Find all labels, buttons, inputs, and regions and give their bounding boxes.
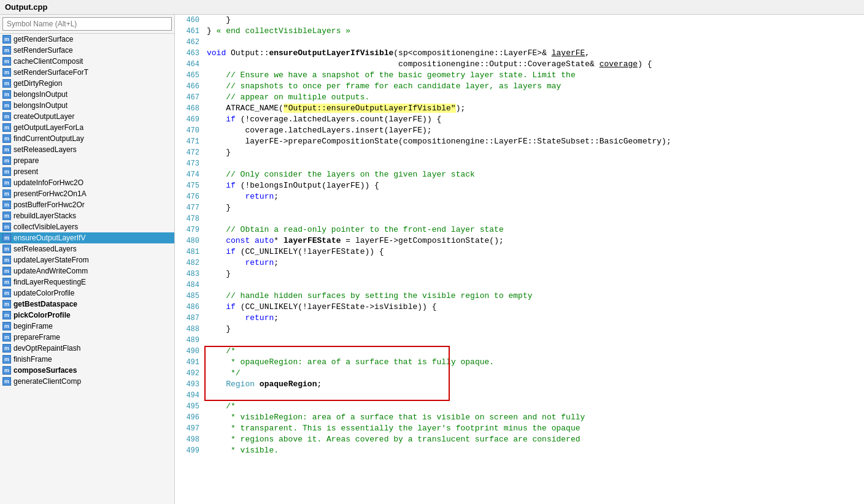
sidebar-item[interactable]: mcacheClientComposit (0, 56, 174, 67)
line-code: return; (204, 313, 864, 324)
sidebar-item[interactable]: mbelongsInOutput (0, 100, 174, 111)
symbol-icon: m (2, 112, 11, 121)
line-number: 486 (175, 302, 204, 313)
symbol-list[interactable]: mgetRenderSurfacemsetRenderSurfacemcache… (0, 34, 174, 504)
sidebar-item-label: setRenderSurfaceForT (14, 68, 88, 77)
line-number: 471 (175, 136, 204, 147)
sidebar-item[interactable]: mpresentForHwc2On1A (0, 188, 174, 199)
sidebar-item[interactable]: msetRenderSurfaceForT (0, 67, 174, 78)
symbol-icon: m (2, 145, 11, 154)
sidebar-item[interactable]: mpickColorProfile (0, 310, 174, 321)
code-line: 464 compositionengine::Output::CoverageS… (175, 59, 864, 70)
code-line: 498 * regions above it. Areas covered by… (175, 434, 864, 445)
code-region-box: 460 }461} « end collectVisibleLayers »46… (175, 15, 864, 456)
line-number: 488 (175, 324, 204, 335)
line-code: if (CC_UNLIKELY(!layerFEState)) { (204, 246, 864, 258)
sidebar-item[interactable]: mpresent (0, 166, 174, 177)
line-code: // Ensure we have a snapshot of the basi… (204, 70, 864, 81)
sidebar-item[interactable]: mcollectVisibleLayers (0, 221, 174, 232)
line-code: * visibleRegion: area of a surface that … (204, 412, 864, 423)
code-line: 461} « end collectVisibleLayers » (175, 26, 864, 37)
line-number: 462 (175, 37, 204, 48)
sidebar-item[interactable]: mprepare (0, 155, 174, 166)
line-code: coverage.latchedLayers.insert(layerFE); (204, 125, 864, 136)
line-number: 464 (175, 59, 204, 70)
sidebar-item[interactable]: mrebuildLayerStacks (0, 210, 174, 221)
line-code: } (204, 269, 864, 280)
symbol-search-input[interactable] (2, 17, 172, 31)
sidebar-item-label: findLayerRequestingE (14, 278, 86, 286)
symbol-icon: m (2, 189, 11, 198)
symbol-icon: m (2, 90, 11, 99)
line-code: if (CC_UNLIKELY(!layerFEState->isVisible… (204, 302, 864, 313)
sidebar-item-label: setRenderSurface (14, 46, 73, 55)
sidebar-item[interactable]: msetRenderSurface (0, 45, 174, 56)
sidebar-item-label: pickColorProfile (14, 311, 71, 319)
code-line: 484 (175, 280, 864, 291)
line-code: return; (204, 258, 864, 269)
symbol-icon: m (2, 344, 11, 353)
code-panel[interactable]: 460 }461} « end collectVisibleLayers »46… (175, 15, 864, 504)
sidebar-item[interactable]: mgetOutputLayerForLa (0, 122, 174, 133)
sidebar-item-label: getDirtyRegion (14, 79, 62, 88)
sidebar-item[interactable]: mbeginFrame (0, 321, 174, 332)
sidebar-item[interactable]: mgetBestDataspace (0, 299, 174, 310)
sidebar-item-label: getOutputLayerForLa (14, 123, 83, 132)
line-number: 468 (175, 103, 204, 114)
symbol-icon: m (2, 167, 11, 176)
sidebar-item-label: presentForHwc2On1A (14, 189, 87, 198)
line-number: 489 (175, 335, 204, 346)
sidebar-item-label: generateClientComp (14, 377, 81, 386)
line-number: 479 (175, 224, 204, 235)
line-number: 463 (175, 48, 204, 59)
sidebar-item[interactable]: mupdateLayerStateFrom (0, 254, 174, 265)
sidebar-item[interactable]: mupdateInfoForHwc2O (0, 177, 174, 188)
sidebar-item-label: cacheClientComposit (14, 57, 83, 66)
sidebar-item[interactable]: mfindCurrentOutputLay (0, 133, 174, 144)
code-line: 472 } (175, 147, 864, 158)
code-line: 483 } (175, 269, 864, 280)
sidebar-item[interactable]: mgetRenderSurface (0, 34, 174, 45)
line-code: const auto* layerFEState = layerFE->getC… (204, 235, 864, 246)
code-line: 469 if (!coverage.latchedLayers.count(la… (175, 114, 864, 125)
symbol-icon: m (2, 223, 11, 231)
symbol-icon: m (2, 68, 11, 77)
code-line: 466 // snapshots to once per frame for e… (175, 81, 864, 92)
symbol-icon: m (2, 300, 11, 308)
line-code: } (204, 147, 864, 158)
sidebar-item-label: updateColorProfile (14, 289, 74, 297)
sidebar-item[interactable]: mupdateColorProfile (0, 288, 174, 299)
sidebar-item-label: postBufferForHwc2Or (14, 200, 85, 209)
line-code: // appear on multiple outputs. (204, 92, 864, 103)
code-line: 481 if (CC_UNLIKELY(!layerFEState)) { (175, 246, 864, 258)
code-line: 497 * transparent. This is essentially t… (175, 423, 864, 434)
line-number: 498 (175, 434, 204, 445)
sidebar-item[interactable]: mcreateOutputLayer (0, 111, 174, 122)
sidebar-item[interactable]: mbelongsInOutput (0, 89, 174, 100)
line-code (204, 213, 864, 224)
sidebar-item[interactable]: msetReleasedLayers (0, 243, 174, 254)
symbol-icon: m (2, 46, 11, 55)
sidebar-item[interactable]: msetReleasedLayers (0, 144, 174, 155)
line-code: * regions above it. Areas covered by a t… (204, 434, 864, 445)
line-code: // snapshots to once per frame for each … (204, 81, 864, 92)
line-number: 465 (175, 70, 204, 81)
code-line: 480 const auto* layerFEState = layerFE->… (175, 235, 864, 246)
sidebar-item[interactable]: mupdateAndWriteComm (0, 265, 174, 277)
sidebar-item[interactable]: mfinishFrame (0, 354, 174, 365)
line-number: 482 (175, 258, 204, 269)
sidebar-item-label: belongsInOutput (14, 90, 68, 99)
sidebar-item[interactable]: mgetDirtyRegion (0, 78, 174, 89)
sidebar-item[interactable]: mgenerateClientComp (0, 376, 174, 387)
line-number: 481 (175, 246, 204, 258)
sidebar-item[interactable]: mcomposeSurfaces (0, 365, 174, 376)
sidebar-item-label: devOptRepaintFlash (14, 344, 80, 353)
sidebar-item[interactable]: mpostBufferForHwc2Or (0, 199, 174, 210)
symbol-search-container (0, 15, 174, 34)
line-number: 492 (175, 368, 204, 379)
symbol-icon: m (2, 35, 11, 44)
sidebar-item[interactable]: mfindLayerRequestingE (0, 277, 174, 288)
sidebar-item[interactable]: mprepareFrame (0, 332, 174, 343)
sidebar-item[interactable]: mensureOutputLayerIfV (0, 232, 174, 243)
sidebar-item[interactable]: mdevOptRepaintFlash (0, 343, 174, 354)
